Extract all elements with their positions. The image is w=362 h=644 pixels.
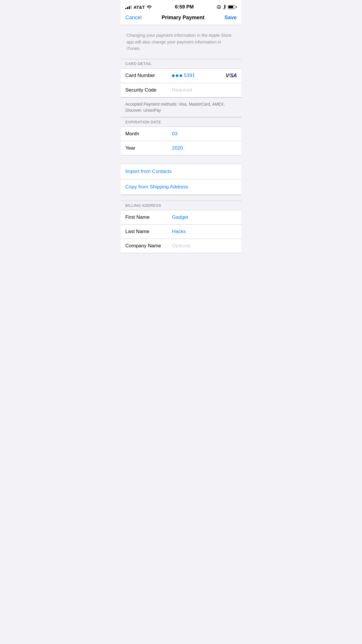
battery-icon	[228, 5, 237, 9]
accepted-note: Accepted Payment methods: Visa, MasterCa…	[121, 97, 241, 117]
bluetooth-icon	[223, 5, 226, 9]
expiration-date-section: Month 03 Year 2020	[121, 127, 241, 155]
company-name-placeholder[interactable]: Optional	[172, 243, 237, 249]
year-row[interactable]: Year 2020	[121, 141, 241, 155]
first-name-label: First Name	[125, 214, 172, 220]
month-label: Month	[125, 131, 172, 137]
year-label: Year	[125, 145, 172, 151]
last-name-label: Last Name	[125, 229, 172, 235]
card-number-display: 5391	[172, 73, 226, 78]
company-name-label: Company Name	[125, 243, 172, 249]
last-name-value[interactable]: Hacks	[172, 229, 237, 235]
spacer-2	[121, 195, 241, 201]
card-detail-section: Card Number 5391 VISA Security Code Requ…	[121, 68, 241, 97]
month-row[interactable]: Month 03	[121, 127, 241, 141]
status-time: 6:59 PM	[175, 4, 194, 10]
billing-address-section-header: BILLING ADDRESS	[121, 201, 241, 210]
first-name-value[interactable]: Gadget	[172, 214, 237, 220]
company-name-row[interactable]: Company Name Optional	[121, 239, 241, 253]
nav-bar: Cancel Primary Payment Save	[121, 12, 241, 25]
first-name-row[interactable]: First Name Gadget	[121, 210, 241, 225]
page-title: Primary Payment	[161, 15, 204, 21]
dot-2	[176, 74, 178, 77]
card-detail-section-header: CARD DETAIL	[121, 59, 241, 68]
info-text: Changing your payment information in the…	[121, 25, 241, 59]
status-right: ⟳	[217, 5, 237, 9]
card-dots	[172, 74, 182, 77]
signal-icon	[125, 5, 132, 9]
status-bar: AT&T 6:59 PM ⟳	[121, 0, 241, 12]
spacer-1	[121, 155, 241, 164]
card-number-label: Card Number	[125, 73, 172, 78]
dot-1	[172, 74, 175, 77]
save-button[interactable]: Save	[224, 15, 237, 21]
actions-section: Import from Contacts Copy from Shipping …	[121, 164, 241, 195]
security-code-row[interactable]: Security Code Required	[121, 83, 241, 97]
visa-logo: VISA	[226, 73, 237, 79]
month-value: 03	[172, 131, 237, 137]
copy-shipping-button[interactable]: Copy from Shipping Address	[121, 179, 241, 195]
wifi-icon	[147, 5, 152, 9]
year-value: 2020	[172, 145, 237, 151]
billing-address-section: First Name Gadget Last Name Hacks Compan…	[121, 210, 241, 253]
cancel-button[interactable]: Cancel	[125, 15, 142, 21]
status-left: AT&T	[125, 5, 152, 10]
svg-text:⟳: ⟳	[218, 6, 220, 9]
security-code-input[interactable]: Required	[172, 87, 237, 93]
carrier-label: AT&T	[133, 5, 145, 10]
card-number-row[interactable]: Card Number 5391 VISA	[121, 69, 241, 83]
card-last4: 5391	[184, 73, 195, 78]
expiration-date-section-header: EXPIRATION DATE	[121, 117, 241, 127]
security-code-label: Security Code	[125, 87, 172, 93]
import-contacts-button[interactable]: Import from Contacts	[121, 164, 241, 179]
lock-rotation-icon: ⟳	[217, 5, 221, 9]
dot-3	[180, 74, 182, 77]
last-name-row[interactable]: Last Name Hacks	[121, 225, 241, 239]
